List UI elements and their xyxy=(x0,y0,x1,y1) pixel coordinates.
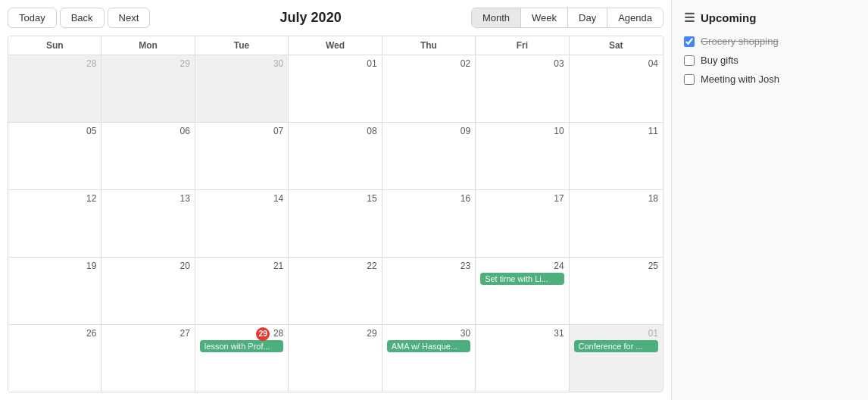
view-day-button[interactable]: Day xyxy=(567,8,607,27)
day-cell-2-4[interactable]: 16 xyxy=(382,190,476,257)
day-cell-3-6[interactable]: 25 xyxy=(570,258,663,324)
day-cell-2-0[interactable]: 12 xyxy=(8,190,101,257)
day-cell-1-4[interactable]: 09 xyxy=(382,123,476,189)
today-button[interactable]: Today xyxy=(8,8,57,28)
day-cell-1-1[interactable]: 06 xyxy=(101,123,195,189)
day-number: 19 xyxy=(13,261,96,271)
day-number: 01 xyxy=(574,328,658,339)
todo-item-0: Grocery shopping xyxy=(684,36,856,47)
day-number: 11 xyxy=(574,126,658,136)
day-number: 20 xyxy=(106,261,189,271)
todo-label-2: Meeting with Josh xyxy=(701,73,779,85)
day-number: 16 xyxy=(387,193,470,204)
event-badge[interactable]: AMA w/ Hasque... xyxy=(387,340,470,352)
day-cell-3-5[interactable]: 24Set time with Li... xyxy=(476,258,569,324)
day-number: 12 xyxy=(13,193,96,204)
day-cell-1-2[interactable]: 07 xyxy=(195,123,289,189)
day-number: 18 xyxy=(574,193,658,204)
day-number: 01 xyxy=(293,58,376,69)
day-cell-0-3[interactable]: 01 xyxy=(289,55,382,122)
weeks-container: 2829300102030405060708091011121314151617… xyxy=(8,55,663,392)
day-number: 28 xyxy=(200,328,283,339)
day-number: 29 xyxy=(106,58,189,69)
view-month-button[interactable]: Month xyxy=(472,8,520,27)
day-cell-2-5[interactable]: 17 xyxy=(476,190,569,257)
day-cell-4-5[interactable]: 31 xyxy=(476,325,569,392)
todo-list: Grocery shoppingBuy giftsMeeting with Jo… xyxy=(684,36,856,85)
day-header-tue: Tue xyxy=(195,36,289,55)
view-week-button[interactable]: Week xyxy=(520,8,567,27)
day-cell-3-2[interactable]: 21 xyxy=(195,258,289,324)
view-agenda-button[interactable]: Agenda xyxy=(607,8,663,27)
event-badge[interactable]: Conference for ... xyxy=(574,340,658,352)
day-number: 13 xyxy=(106,193,189,204)
day-cell-1-0[interactable]: 05 xyxy=(8,123,101,189)
day-cell-3-4[interactable]: 23 xyxy=(382,258,476,324)
day-number: 22 xyxy=(293,261,376,271)
event-badge[interactable]: lesson with Prof... xyxy=(200,340,283,352)
day-number: 06 xyxy=(106,126,189,136)
day-number: 04 xyxy=(574,58,658,69)
day-number: 25 xyxy=(574,261,658,271)
day-number: 09 xyxy=(387,126,470,136)
day-cell-3-0[interactable]: 19 xyxy=(8,258,101,324)
day-cell-3-1[interactable]: 20 xyxy=(101,258,195,324)
day-header-sun: Sun xyxy=(8,36,101,55)
day-number: 21 xyxy=(200,261,283,271)
day-number: 24 xyxy=(480,261,564,271)
day-cell-1-5[interactable]: 10 xyxy=(476,123,569,189)
day-cell-0-2[interactable]: 30 xyxy=(195,55,289,122)
next-button[interactable]: Next xyxy=(108,8,151,28)
week-row-0: 28293001020304 xyxy=(8,55,663,123)
day-number: 23 xyxy=(387,261,470,271)
day-cell-2-2[interactable]: 14 xyxy=(195,190,289,257)
calendar-main: Today Back Next July 2020 Month Week Day… xyxy=(0,0,671,400)
day-number: 30 xyxy=(387,328,470,339)
event-dot: 29 xyxy=(256,327,270,341)
day-number: 31 xyxy=(480,328,564,339)
day-cell-4-0[interactable]: 26 xyxy=(8,325,101,392)
todo-checkbox-2[interactable] xyxy=(684,74,695,85)
day-number: 07 xyxy=(200,126,283,136)
day-number: 10 xyxy=(480,126,564,136)
day-header-wed: Wed xyxy=(289,36,382,55)
day-cell-4-4[interactable]: 30AMA w/ Hasque... xyxy=(382,325,476,392)
day-number: 27 xyxy=(106,328,189,339)
todo-item-2: Meeting with Josh xyxy=(684,73,856,85)
day-cell-4-1[interactable]: 27 xyxy=(101,325,195,392)
day-cell-0-0[interactable]: 28 xyxy=(8,55,101,122)
day-cell-0-6[interactable]: 04 xyxy=(570,55,663,122)
day-cell-1-6[interactable]: 11 xyxy=(570,123,663,189)
day-number: 15 xyxy=(293,193,376,204)
day-cell-0-5[interactable]: 03 xyxy=(476,55,569,122)
sidebar: ☰ Upcoming Grocery shoppingBuy giftsMeet… xyxy=(671,0,868,400)
day-headers: Sun Mon Tue Wed Thu Fri Sat xyxy=(8,36,663,55)
day-cell-0-4[interactable]: 02 xyxy=(382,55,476,122)
todo-item-1: Buy gifts xyxy=(684,55,856,66)
day-cell-3-3[interactable]: 22 xyxy=(289,258,382,324)
day-header-mon: Mon xyxy=(101,36,195,55)
day-cell-1-3[interactable]: 08 xyxy=(289,123,382,189)
calendar-title: July 2020 xyxy=(153,10,468,26)
sidebar-header: ☰ Upcoming xyxy=(684,11,856,25)
back-button[interactable]: Back xyxy=(60,8,105,28)
day-number: 29 xyxy=(293,328,376,339)
week-row-2: 12131415161718 xyxy=(8,190,663,258)
day-cell-2-3[interactable]: 15 xyxy=(289,190,382,257)
day-header-sat: Sat xyxy=(570,36,663,55)
day-cell-2-6[interactable]: 18 xyxy=(570,190,663,257)
day-cell-0-1[interactable]: 29 xyxy=(101,55,195,122)
day-cell-4-3[interactable]: 29 xyxy=(289,325,382,392)
sidebar-title: Upcoming xyxy=(701,11,756,24)
event-badge[interactable]: Set time with Li... xyxy=(480,273,564,285)
day-cell-4-2[interactable]: 2829lesson with Prof... xyxy=(195,325,289,392)
day-header-thu: Thu xyxy=(382,36,476,55)
day-number: 26 xyxy=(13,328,96,339)
day-number: 14 xyxy=(200,193,283,204)
day-cell-2-1[interactable]: 13 xyxy=(101,190,195,257)
todo-checkbox-1[interactable] xyxy=(684,55,695,66)
todo-checkbox-0[interactable] xyxy=(684,36,695,47)
day-cell-4-6[interactable]: 01Conference for ... xyxy=(570,325,663,392)
day-number: 05 xyxy=(13,126,96,136)
day-number: 28 xyxy=(13,58,96,69)
